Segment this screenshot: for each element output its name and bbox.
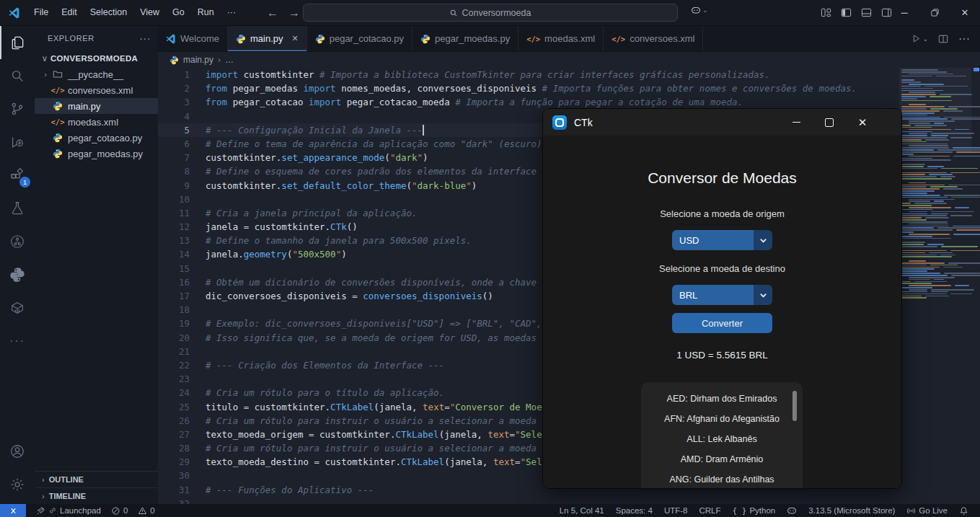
tab-pegar_cotacao-py[interactable]: pegar_cotacao.py xyxy=(307,26,412,51)
chevron-down-icon[interactable] xyxy=(754,230,772,250)
explorer-more-icon[interactable]: ··· xyxy=(139,32,151,44)
file-row-main-py[interactable]: main.py xyxy=(35,98,158,114)
minimap[interactable] xyxy=(899,68,980,504)
status-warnings[interactable]: 0 xyxy=(138,506,154,516)
customize-layout-icon[interactable] xyxy=(821,7,831,18)
command-center-search[interactable]: Conversormoeda xyxy=(303,4,678,22)
ctk-minimize-button[interactable] xyxy=(780,109,813,136)
menu-[interactable]: ··· xyxy=(221,0,243,25)
status-go-live[interactable]: Go Live xyxy=(906,506,948,516)
ctk-close-button[interactable]: ✕ xyxy=(846,109,879,136)
dest-currency-dropdown[interactable]: BRL xyxy=(672,285,772,305)
minimap-line xyxy=(951,275,980,276)
split-editor-icon[interactable] xyxy=(938,34,948,44)
activity-containers[interactable] xyxy=(0,291,35,324)
tab-main-py[interactable]: main.py✕ xyxy=(228,26,307,51)
status-indentation[interactable]: Spaces: 4 xyxy=(616,506,653,515)
close-button[interactable]: ✕ xyxy=(950,0,980,25)
file-row-moedas-xml[interactable]: </>moedas.xml xyxy=(35,114,158,130)
ctk-maximize-button[interactable] xyxy=(813,109,846,136)
minimap-line xyxy=(940,255,956,256)
breadcrumb-more[interactable]: … xyxy=(225,55,234,65)
origin-currency-dropdown[interactable]: USD xyxy=(672,230,772,250)
timeline-section[interactable]: ›TIMELINE xyxy=(35,487,158,504)
tab-moedas-xml[interactable]: </>moedas.xml xyxy=(518,26,604,51)
chevron-right-icon: › xyxy=(42,475,45,484)
tab-pegar_moedas-py[interactable]: pegar_moedas.py xyxy=(412,26,518,51)
ctk-titlebar[interactable]: CTk ✕ xyxy=(543,109,901,136)
activity-search[interactable] xyxy=(0,59,35,92)
more-actions-icon[interactable]: ··· xyxy=(958,32,970,45)
status-launchpad[interactable]: Launchpad xyxy=(36,506,101,516)
status-errors[interactable]: 0 xyxy=(111,506,128,516)
line-number: 29 xyxy=(158,455,190,469)
restore-button[interactable] xyxy=(919,0,950,25)
file-row-__pycache__[interactable]: ›__pycache__ xyxy=(35,66,158,82)
status-cursor-position[interactable]: Ln 5, Col 41 xyxy=(560,506,604,515)
converter-button[interactable]: Converter xyxy=(672,313,772,333)
file-row-conversoes-xml[interactable]: </>conversoes.xml xyxy=(35,82,158,98)
activity-python[interactable] xyxy=(0,258,35,291)
file-row-pegar_cotacao-py[interactable]: pegar_cotacao.py xyxy=(35,130,158,146)
xml-icon: </> xyxy=(526,33,540,44)
tab-Welcome[interactable]: Welcome xyxy=(158,26,228,51)
activity-explorer[interactable] xyxy=(0,26,35,59)
forward-arrow-icon[interactable]: → xyxy=(288,6,300,19)
activity-run-debug[interactable] xyxy=(0,125,35,159)
editor-actions: ⌄ ··· xyxy=(911,26,980,51)
close-tab-icon[interactable]: ✕ xyxy=(291,34,298,43)
file-row-pegar_moedas-py[interactable]: pegar_moedas.py xyxy=(35,146,158,162)
line-number: 3 xyxy=(158,95,190,109)
minimap-line xyxy=(909,224,948,225)
menu-file[interactable]: File xyxy=(27,0,55,25)
back-arrow-icon[interactable]: ← xyxy=(267,6,278,19)
minimap-line xyxy=(901,135,927,136)
minimap-line xyxy=(901,118,948,120)
menu-run[interactable]: Run xyxy=(191,0,221,25)
activity-source-control[interactable] xyxy=(0,92,35,125)
menubar: FileEditSelectionViewGoRun··· xyxy=(27,0,242,25)
code-line[interactable]: 1import customtkinter # Importa a biblio… xyxy=(158,68,980,81)
status-encoding[interactable]: UTF-8 xyxy=(664,506,688,515)
remote-indicator[interactable] xyxy=(0,504,26,517)
status-notifications[interactable] xyxy=(959,506,968,516)
code-text: from pegar_cotacao import pegar_cotacao_… xyxy=(206,95,743,109)
activity-accounts[interactable] xyxy=(0,435,35,468)
menu-edit[interactable]: Edit xyxy=(55,0,84,25)
toggle-primary-sidebar-icon[interactable] xyxy=(841,7,852,18)
currency-list-scrollbar[interactable] xyxy=(793,391,797,421)
activity-more[interactable]: ··· xyxy=(0,324,35,358)
chevron-down-icon[interactable] xyxy=(754,285,772,305)
line-number: 9 xyxy=(158,179,190,193)
minimap-line xyxy=(930,265,958,266)
code-line[interactable]: 2from pegar_moedas import nomes_moedas, … xyxy=(158,81,980,95)
status-copilot-status[interactable] xyxy=(787,505,797,516)
activity-settings[interactable] xyxy=(0,468,35,501)
docker-icon xyxy=(9,300,25,316)
outline-section[interactable]: ›OUTLINE xyxy=(35,471,158,487)
menu-go[interactable]: Go xyxy=(166,0,191,25)
status-language-mode[interactable]: { }Python xyxy=(733,506,776,516)
menu-selection[interactable]: Selection xyxy=(84,0,133,25)
line-number: 24 xyxy=(158,386,190,399)
status-eol[interactable]: CRLF xyxy=(699,506,720,515)
breadcrumb-file[interactable]: main.py xyxy=(183,55,213,65)
tab-conversoes-xml[interactable]: </>conversoes.xml xyxy=(604,26,703,51)
code-line[interactable]: 3from pegar_cotacao import pegar_cotacao… xyxy=(158,95,980,109)
currency-list[interactable]: AED: Dirham dos EmiradosAFN: Afghani do … xyxy=(641,382,803,489)
workspace-root[interactable]: ∨ CONVERSORMOEDA xyxy=(35,50,158,66)
toggle-panel-icon[interactable] xyxy=(861,7,872,18)
line-number: 4 xyxy=(158,110,190,123)
status-python-interpreter[interactable]: 3.13.5 (Microsoft Store) xyxy=(808,506,895,515)
line-number: 1 xyxy=(158,68,190,81)
menu-view[interactable]: View xyxy=(133,0,166,25)
activity-gitlens[interactable] xyxy=(0,225,35,258)
copilot-button[interactable]: ⌄ xyxy=(691,5,708,15)
minimap-line xyxy=(940,94,972,95)
activity-testing[interactable] xyxy=(0,192,35,225)
code-line[interactable]: 32 xyxy=(158,497,980,504)
window-controls: ─ ✕ xyxy=(889,0,980,25)
activity-extensions[interactable]: 1 xyxy=(0,159,35,192)
minimize-button[interactable]: ─ xyxy=(889,0,919,25)
run-python-file-button[interactable]: ⌄ xyxy=(911,34,928,43)
